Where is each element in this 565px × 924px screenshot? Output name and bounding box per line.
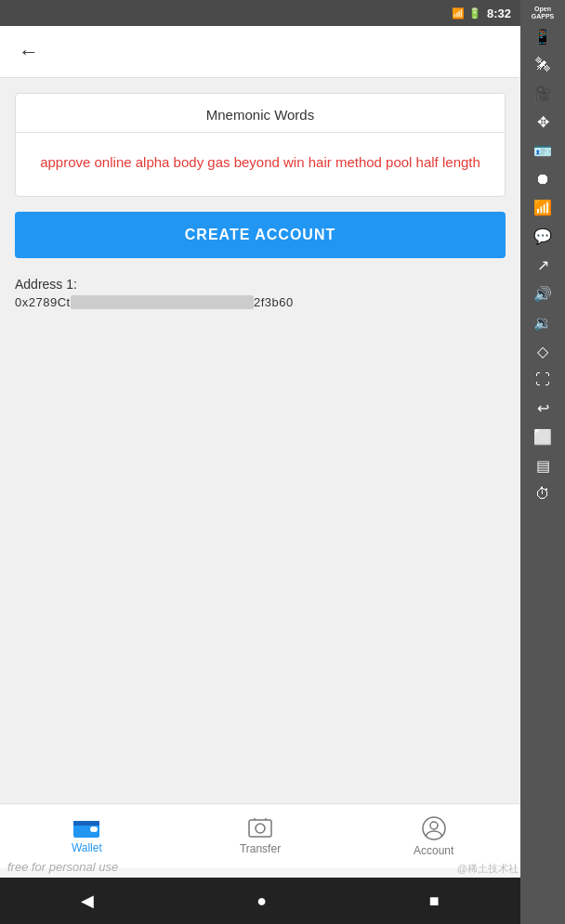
address-label: Address 1: xyxy=(15,277,506,292)
sidebar-id-icon[interactable]: 🪪 xyxy=(520,137,565,164)
transfer-label: Transfer xyxy=(240,842,281,855)
android-recents-button[interactable]: ■ xyxy=(429,891,440,911)
status-bar: 📶 🔋 8:32 xyxy=(0,0,520,26)
sidebar-clock-icon[interactable]: ⏱ xyxy=(520,481,565,507)
status-time: 8:32 xyxy=(487,7,511,20)
sidebar-record-icon[interactable]: ⏺ xyxy=(520,166,565,192)
svg-point-4 xyxy=(256,824,265,833)
wifi-icon: 📶 xyxy=(452,7,465,20)
address-section: Address 1: 0x2789Ct 2f3b60 xyxy=(15,277,506,309)
address-suffix: 2f3b60 xyxy=(254,295,294,309)
main-area: ← Mnemonic Words approve online alpha bo… xyxy=(0,26,520,868)
content-area: Mnemonic Words approve online alpha body… xyxy=(0,78,520,803)
android-bar: ◀ ● ■ xyxy=(0,878,520,924)
sidebar-window-icon[interactable]: ⬜ xyxy=(520,423,565,450)
mnemonic-words: approve online alpha body gas beyond win… xyxy=(16,133,505,196)
bottom-nav: Wallet Transfer Account xyxy=(0,803,520,868)
nav-item-transfer[interactable]: Transfer xyxy=(174,811,348,863)
address-blurred xyxy=(71,295,254,309)
battery-icon: 🔋 xyxy=(468,7,481,20)
watermark: @稀土技术社 xyxy=(457,862,519,876)
address-prefix: 0x2789Ct xyxy=(15,295,71,309)
wallet-label: Wallet xyxy=(72,841,102,854)
sidebar-volume-up-icon[interactable]: 🔊 xyxy=(520,280,565,307)
sidebar-camera-icon[interactable]: 🎥 xyxy=(520,80,565,107)
sidebar-volume-down-icon[interactable]: 🔉 xyxy=(520,309,565,336)
sidebar-expand-icon[interactable]: ⛶ xyxy=(520,367,565,393)
sidebar-wifi-icon[interactable]: 📶 xyxy=(520,194,565,221)
svg-rect-3 xyxy=(249,820,271,837)
sidebar-share-icon[interactable]: ↗ xyxy=(520,252,565,279)
android-back-button[interactable]: ◀ xyxy=(81,891,94,911)
account-icon xyxy=(422,816,446,840)
sidebar-diamond-icon[interactable]: ◇ xyxy=(520,338,565,365)
sidebar-phone-icon[interactable]: 📱 xyxy=(520,23,565,50)
android-home-button[interactable]: ● xyxy=(256,891,267,911)
wallet-icon xyxy=(73,819,99,838)
sidebar-list-icon[interactable]: ▤ xyxy=(520,452,565,479)
back-button[interactable]: ← xyxy=(15,36,43,68)
address-value: 0x2789Ct 2f3b60 xyxy=(15,295,506,309)
status-icons: 📶 🔋 xyxy=(452,7,481,20)
svg-rect-1 xyxy=(73,821,99,826)
sidebar-gps-icon[interactable]: 🛰 xyxy=(520,52,565,78)
create-account-button[interactable]: CREATE ACCOUNT xyxy=(15,212,506,258)
sidebar-back-icon[interactable]: ↩ xyxy=(520,395,565,422)
transfer-icon xyxy=(247,818,273,839)
account-label: Account xyxy=(414,844,453,857)
right-sidebar: OpenGAPPS 📱 🛰 🎥 ✥ 🪪 ⏺ 📶 💬 ↗ 🔊 🔉 ◇ ⛶ ↩ ⬜ … xyxy=(520,0,565,924)
mnemonic-title: Mnemonic Words xyxy=(16,94,505,133)
top-nav: ← xyxy=(0,26,520,78)
sidebar-move-icon[interactable]: ✥ xyxy=(520,109,565,136)
mnemonic-card: Mnemonic Words approve online alpha body… xyxy=(15,93,506,197)
free-label: free for personal use xyxy=(7,860,118,874)
sidebar-message-icon[interactable]: 💬 xyxy=(520,223,565,250)
svg-point-8 xyxy=(430,822,438,829)
nav-item-account[interactable]: Account xyxy=(347,809,520,865)
opengapps-label: OpenGAPPS xyxy=(530,4,557,21)
svg-rect-2 xyxy=(90,826,98,832)
nav-item-wallet[interactable]: Wallet xyxy=(0,812,174,862)
